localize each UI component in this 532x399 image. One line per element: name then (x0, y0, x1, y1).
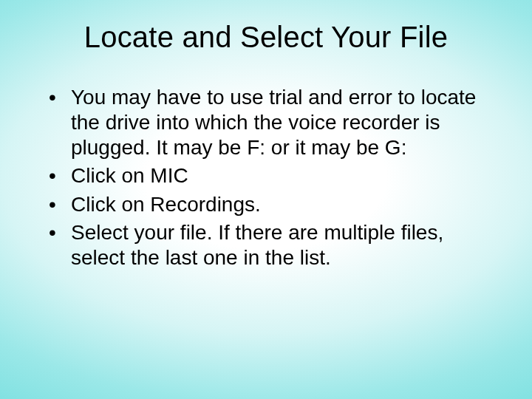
list-item: Select your file. If there are multiple … (49, 220, 497, 270)
list-item: You may have to use trial and error to l… (49, 85, 497, 160)
list-item: Click on MIC (49, 163, 497, 188)
slide-title: Locate and Select Your File (35, 21, 497, 54)
bullet-list: You may have to use trial and error to l… (49, 85, 497, 270)
slide: Locate and Select Your File You may have… (0, 0, 532, 399)
list-item: Click on Recordings. (49, 192, 497, 217)
